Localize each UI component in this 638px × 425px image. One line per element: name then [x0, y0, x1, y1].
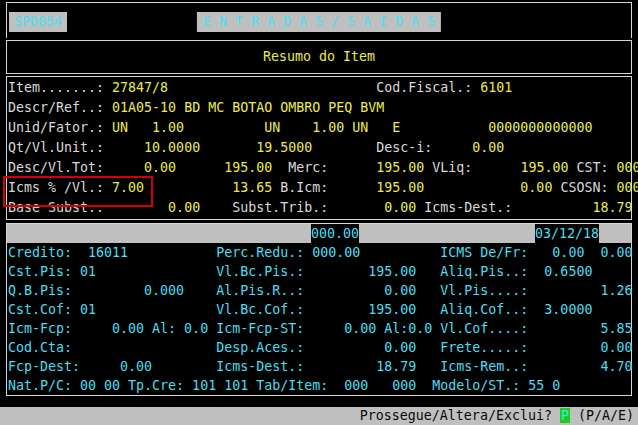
- bar-value-right: 03/12/18: [535, 224, 599, 243]
- detail-line: Fcp-Dest: 0.00 Icms-Dest.: 18.79 Icms-Re…: [7, 357, 631, 376]
- summary-title-box: Resumo do Item: [6, 40, 632, 74]
- detail-line: Cst.Pis: 01 Vl.Bc.Pis.: 195.00 Aliq.Pis.…: [7, 262, 631, 281]
- summary-line: Desc/Vl.Tot: 0.00 195.00 Merc: 195.00 VL…: [8, 158, 631, 178]
- summary-line: Base Subst.: 0.00 Subst.Trib.: 0.00 Icms…: [8, 198, 631, 218]
- detail-header-bar: 000.00 03/12/18: [7, 224, 631, 243]
- summary-line: Unid/Fator.: UN 1.00 UN 1.00 UN E 000000…: [8, 118, 631, 138]
- status-bar: Prossegue/Altera/Exclui? P (P/A/E): [0, 407, 638, 425]
- bar-segment: [599, 224, 631, 243]
- detail-line: Q.B.Pis: 0.000 Al.Pis.R..: 0.00 Vl.Pis..…: [7, 281, 631, 300]
- detail-line: Cst.Cof: 01 Vl.Bc.Cof.: 195.00 Aliq.Cof.…: [7, 300, 631, 319]
- bar-segment: [7, 224, 311, 243]
- detail-line: Icm-Fcp: 0.00 Al: 0.0 Icm-Fcp-ST: 0.00 A…: [7, 319, 631, 338]
- prompt-options: (P/A/E): [570, 408, 634, 423]
- prompt-answer-field[interactable]: P: [560, 408, 570, 423]
- item-summary-panel: Item.......: 27847/8 Cod.Fiscal.: 6101De…: [6, 76, 632, 220]
- summary-title: Resumo do Item: [7, 41, 631, 72]
- summary-line: Item.......: 27847/8 Cod.Fiscal.: 6101: [8, 78, 631, 98]
- screen-title: E N T R A D A S / S A I D A S: [197, 12, 441, 32]
- summary-line: Descr/Ref..: 01A05-10 BD MC BOTAO OMBRO …: [8, 98, 631, 118]
- prompt-text: Prossegue/Altera/Exclui?: [360, 408, 560, 423]
- detail-line: Cod.Cta: Desp.Aces.: 0.00 Frete.....: 0.…: [7, 338, 631, 357]
- summary-line: Icms % /Vl.: 7.00 13.65 B.Icm: 195.00 0.…: [8, 178, 631, 198]
- detail-line: Nat.P/C: 00 00 Tp.Cre: 101 101 Tab/Item:…: [7, 376, 631, 395]
- tax-detail-panel: 000.00 03/12/18 Credito: 16011 Perc.Redu…: [6, 223, 632, 396]
- program-id-badge: SPD054: [9, 12, 67, 32]
- bar-value-left: 000.00: [311, 224, 359, 243]
- bar-segment: [359, 224, 535, 243]
- detail-line: Credito: 16011 Perc.Redu.: 000.00 ICMS D…: [7, 243, 631, 262]
- window-top-frame: SPD054 E N T R A D A S / S A I D A S: [6, 2, 632, 38]
- summary-line: Qt/Vl.Unit.: 10.0000 19.5000 Desc-i: 0.0…: [8, 138, 631, 158]
